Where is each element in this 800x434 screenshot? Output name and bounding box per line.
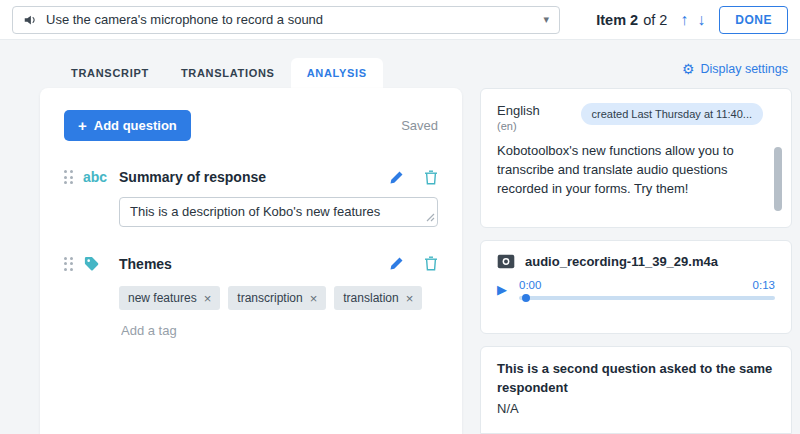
tag-chip: transcription ×	[228, 286, 326, 310]
question-row: abc Summary of response	[64, 169, 438, 185]
gear-icon: ⚙	[682, 62, 695, 76]
transcript-text: Kobotoolbox's new functions allow you to…	[497, 142, 775, 199]
media-icon	[497, 254, 515, 269]
add-tag-input[interactable]	[119, 322, 323, 339]
second-question-card: This is a second question asked to the s…	[480, 346, 792, 434]
pencil-icon	[389, 256, 404, 271]
audio-header: audio_recording-11_39_29.m4a	[497, 254, 775, 269]
question-title: Themes	[119, 256, 369, 272]
current-time: 0:00	[519, 279, 541, 291]
drag-handle-icon[interactable]	[64, 257, 73, 271]
language-name: English	[497, 103, 540, 118]
pencil-icon	[389, 170, 404, 185]
plus-icon: +	[78, 118, 87, 133]
trash-icon	[424, 170, 438, 185]
remove-tag-icon[interactable]: ×	[310, 292, 318, 305]
side-panel: English (en) created Last Thursday at 11…	[480, 88, 792, 434]
done-button[interactable]: DONE	[719, 6, 788, 34]
tab-bar: TRANSCRIPT TRANSLATIONS ANALYSIS	[55, 58, 383, 88]
tab-analysis[interactable]: ANALYSIS	[291, 58, 383, 88]
tag-chip: new features ×	[119, 286, 220, 310]
audio-player: ▶ 0:00 0:13	[497, 279, 775, 300]
summary-response-input[interactable]: This is a description of Kobo's new feat…	[119, 197, 438, 227]
language-block: English (en)	[497, 103, 540, 132]
trash-icon	[424, 256, 438, 271]
seek-bar[interactable]	[519, 296, 775, 300]
item-count-current: Item 2	[596, 12, 638, 28]
tag-label: new features	[128, 291, 197, 305]
transcript-preview-card: English (en) created Last Thursday at 11…	[480, 88, 792, 228]
speaker-icon	[23, 13, 37, 27]
scrollbar-thumb[interactable]	[774, 147, 782, 211]
remove-tag-icon[interactable]: ×	[204, 292, 212, 305]
question-selector-dropdown[interactable]: Use the camera's microphone to record a …	[12, 6, 560, 34]
add-question-button[interactable]: + Add question	[64, 110, 191, 141]
chevron-down-icon: ▾	[543, 14, 549, 25]
tag-label: translation	[343, 291, 398, 305]
delete-question-button[interactable]	[424, 170, 438, 185]
display-settings-button[interactable]: ⚙ Display settings	[682, 62, 788, 76]
play-icon: ▶	[497, 282, 507, 297]
seek-area: 0:00 0:13	[519, 279, 775, 300]
arrow-up-icon: ↑	[680, 11, 688, 28]
analysis-panel: + Add question Saved abc Summary of resp…	[40, 88, 462, 434]
created-timestamp-badge: created Last Thursday at 11:40...	[581, 103, 763, 125]
drag-handle-icon[interactable]	[64, 170, 73, 184]
top-bar: Use the camera's microphone to record a …	[0, 0, 800, 40]
next-item-button[interactable]: ↓	[695, 12, 707, 28]
transcript-card-header: English (en) created Last Thursday at 11…	[497, 103, 775, 132]
analysis-question-summary: abc Summary of response This	[64, 169, 438, 227]
selected-question-label: Use the camera's microphone to record a …	[46, 12, 534, 27]
question-title: Summary of response	[119, 169, 369, 185]
audio-filename: audio_recording-11_39_29.m4a	[525, 254, 718, 269]
time-labels: 0:00 0:13	[519, 279, 775, 291]
previous-item-button[interactable]: ↑	[678, 12, 690, 28]
item-pagination: Item 2 of 2 ↑ ↓	[596, 12, 707, 28]
tab-transcript[interactable]: TRANSCRIPT	[55, 58, 165, 88]
play-button[interactable]: ▶	[497, 283, 507, 296]
display-settings-label: Display settings	[700, 62, 788, 76]
analysis-question-themes: Themes new features ×	[64, 255, 438, 339]
single-processing-view: Use the camera's microphone to record a …	[0, 0, 800, 434]
tag-chip: translation ×	[334, 286, 422, 310]
analysis-header: + Add question Saved	[64, 110, 438, 141]
arrow-down-icon: ↓	[697, 11, 705, 28]
duration: 0:13	[753, 279, 775, 291]
delete-question-button[interactable]	[424, 256, 438, 271]
seek-thumb	[522, 294, 530, 302]
item-count-total: of 2	[643, 12, 667, 28]
summary-response-field-wrap: This is a description of Kobo's new feat…	[119, 197, 438, 227]
tag-list: new features × transcription × translati…	[119, 286, 438, 310]
tag-question-type-icon	[83, 255, 109, 272]
add-question-label: Add question	[94, 118, 177, 133]
remove-tag-icon[interactable]: ×	[406, 292, 414, 305]
edit-question-button[interactable]	[389, 256, 404, 271]
tag-label: transcription	[237, 291, 302, 305]
audio-player-card: audio_recording-11_39_29.m4a ▶ 0:00 0:13	[480, 240, 792, 334]
save-status-label: Saved	[401, 118, 438, 133]
question-row: Themes	[64, 255, 438, 272]
language-code: (en)	[497, 120, 540, 132]
second-question-title: This is a second question asked to the s…	[497, 360, 775, 398]
edit-question-button[interactable]	[389, 170, 404, 185]
text-question-type-icon: abc	[83, 169, 109, 185]
tab-translations[interactable]: TRANSLATIONS	[165, 58, 291, 88]
second-question-value: N/A	[497, 401, 775, 416]
